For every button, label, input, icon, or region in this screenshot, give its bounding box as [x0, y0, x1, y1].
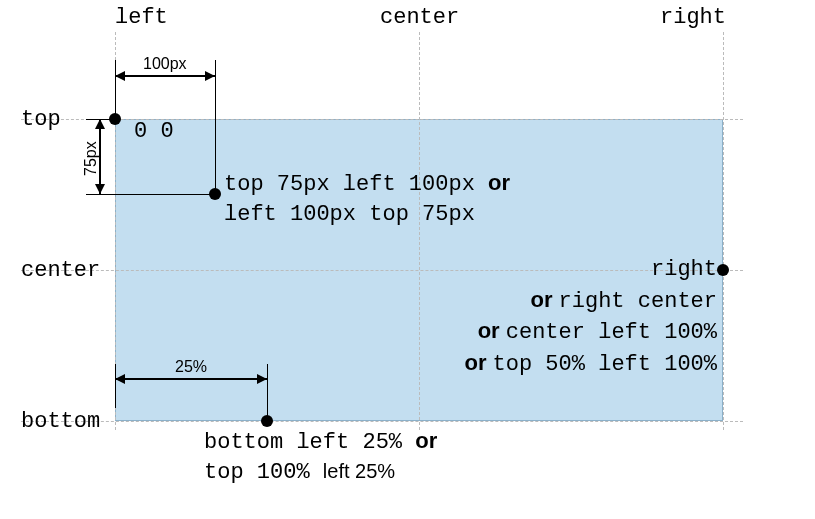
- label-fragment: right center: [559, 289, 717, 314]
- or-text: or: [415, 428, 437, 453]
- label-bottom-25: bottom left 25% or top 100% left 25%: [204, 426, 437, 487]
- dim-line-25pct: [115, 378, 267, 380]
- point-origin: [109, 113, 121, 125]
- dim-tick: [86, 194, 215, 195]
- or-text: or: [488, 170, 510, 195]
- gridline-h-bottom: [21, 421, 743, 422]
- col-label-left: left: [115, 5, 168, 30]
- label-origin: 0 0: [134, 117, 174, 147]
- or-text: or: [530, 287, 558, 312]
- label-fragment: top 100%: [204, 460, 323, 485]
- label-right-center: right or right center or center left 100…: [402, 255, 717, 380]
- dim-label-25pct: 25%: [175, 358, 207, 376]
- label-75-100: top 75px left 100px or left 100px top 75…: [224, 168, 510, 229]
- dim-label-100px: 100px: [143, 55, 187, 73]
- gridline-v-right: [723, 32, 724, 430]
- dim-line-100px: [115, 75, 215, 77]
- or-text: or: [464, 350, 492, 375]
- dim-tick: [115, 60, 116, 119]
- dim-tick: [115, 364, 116, 408]
- label-fragment: top 75px left 100px: [224, 172, 488, 197]
- row-label-center: center: [21, 258, 100, 283]
- label-fragment: right: [651, 257, 717, 282]
- col-label-right: right: [660, 5, 726, 30]
- or-text: or: [478, 318, 506, 343]
- row-label-bottom: bottom: [21, 409, 100, 434]
- label-fragment: left 25%: [323, 460, 395, 482]
- dim-tick: [215, 60, 216, 194]
- label-fragment: left 100px top 75px: [224, 202, 475, 227]
- dim-tick: [267, 364, 268, 421]
- dim-label-75px: 75px: [82, 141, 100, 176]
- col-label-center: center: [380, 5, 459, 30]
- arrow-right-icon: [205, 71, 215, 81]
- point-75-100: [209, 188, 221, 200]
- arrow-left-icon: [115, 71, 125, 81]
- label-fragment: bottom left 25%: [204, 430, 415, 455]
- arrow-left-icon: [115, 374, 125, 384]
- point-right-center: [717, 264, 729, 276]
- row-label-top: top: [21, 107, 61, 132]
- arrow-up-icon: [95, 119, 105, 129]
- arrow-down-icon: [95, 184, 105, 194]
- label-fragment: center left 100%: [506, 320, 717, 345]
- gridline-h-top: [21, 119, 743, 120]
- label-fragment: top 50% left 100%: [493, 352, 717, 377]
- arrow-right-icon: [257, 374, 267, 384]
